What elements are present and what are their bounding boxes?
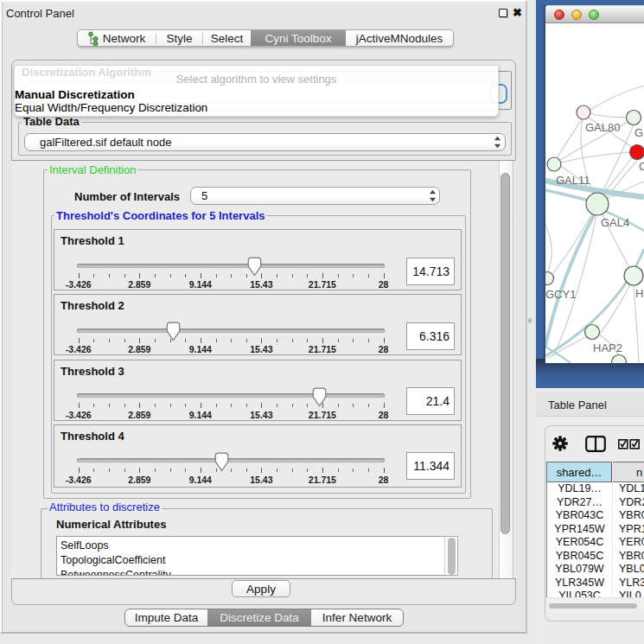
svg-text:H: H	[635, 287, 643, 300]
svg-text:GAL11: GAL11	[556, 174, 590, 187]
svg-text:HAP2: HAP2	[593, 341, 622, 354]
svg-text:C: C	[639, 160, 644, 173]
svg-text:GAL4: GAL4	[601, 216, 629, 229]
svg-text:GCY1: GCY1	[545, 288, 576, 301]
svg-text:G: G	[634, 126, 643, 139]
svg-text:GAL80: GAL80	[585, 121, 620, 134]
